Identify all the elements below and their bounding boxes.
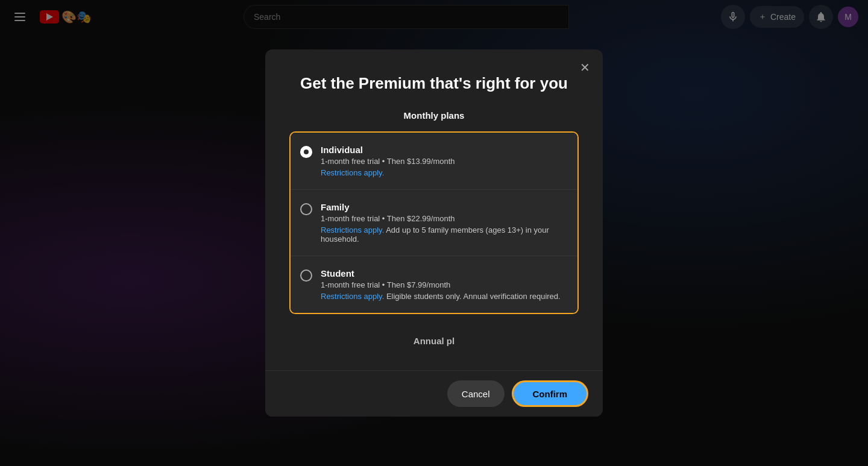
- student-plan-price: 1-month free trial • Then $7.99/month: [321, 280, 565, 289]
- individual-restrictions-link[interactable]: Restrictions apply.: [321, 168, 565, 177]
- student-plan-name: Student: [321, 268, 565, 279]
- family-plan-info: Family 1-month free trial • Then $22.99/…: [321, 202, 565, 244]
- student-restrictions-line: Restrictions apply. Eligible students on…: [321, 292, 565, 301]
- cancel-button[interactable]: Cancel: [447, 380, 505, 407]
- student-restrictions-link[interactable]: Restrictions apply.: [321, 292, 384, 301]
- modal-scroll-area[interactable]: Get the Premium that's right for you Mon…: [265, 49, 603, 371]
- family-restrictions-link[interactable]: Restrictions apply.: [321, 225, 384, 235]
- family-restrictions-line: Restrictions apply. Add up to 5 family m…: [321, 225, 565, 244]
- family-radio[interactable]: [300, 203, 312, 215]
- student-plan-info: Student 1-month free trial • Then $7.99/…: [321, 268, 565, 301]
- plans-section-label: Monthly plans: [289, 110, 579, 121]
- student-plan-note: Eligible students only. Annual verificat…: [386, 292, 561, 301]
- family-plan-price: 1-month free trial • Then $22.99/month: [321, 214, 565, 223]
- plans-container: Individual 1-month free trial • Then $13…: [289, 131, 579, 314]
- student-plan[interactable]: Student 1-month free trial • Then $7.99/…: [291, 256, 577, 313]
- modal-title: Get the Premium that's right for you: [289, 74, 579, 94]
- individual-plan[interactable]: Individual 1-month free trial • Then $13…: [291, 133, 577, 190]
- modal-footer: Cancel Confirm: [265, 370, 603, 417]
- confirm-button[interactable]: Confirm: [512, 380, 589, 407]
- individual-plan-name: Individual: [321, 145, 565, 155]
- individual-radio-inner: [304, 150, 309, 154]
- individual-radio[interactable]: [300, 146, 312, 158]
- student-radio[interactable]: [300, 269, 312, 282]
- premium-modal: ✕ Get the Premium that's right for you M…: [265, 49, 603, 417]
- family-plan[interactable]: Family 1-month free trial • Then $22.99/…: [291, 190, 577, 256]
- family-plan-name: Family: [321, 202, 565, 212]
- individual-plan-info: Individual 1-month free trial • Then $13…: [321, 145, 565, 177]
- annual-section: Annual pl: [289, 326, 579, 356]
- close-button[interactable]: ✕: [574, 57, 596, 78]
- individual-plan-price: 1-month free trial • Then $13.99/month: [321, 157, 565, 166]
